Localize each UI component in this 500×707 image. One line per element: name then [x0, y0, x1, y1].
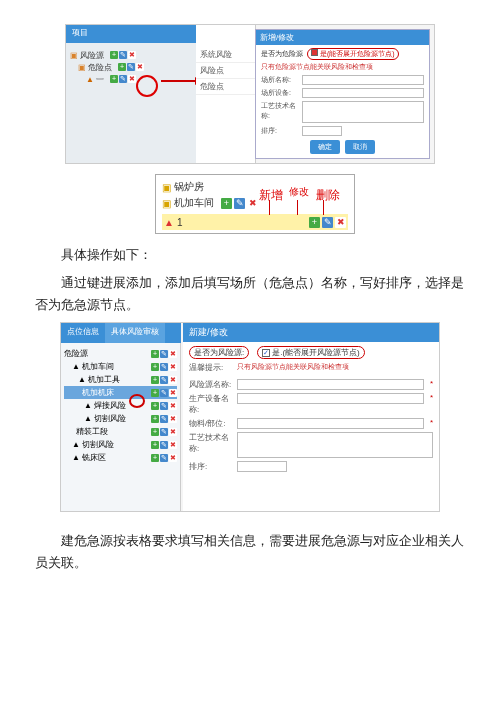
tab[interactable]: 具体风险审核 [105, 323, 165, 343]
checkbox-option-circled: 是(能否展开危险源节点) [307, 48, 399, 60]
edit-icon[interactable]: ✎ [160, 402, 168, 410]
edit-icon[interactable]: ✎ [127, 63, 135, 71]
body-text: 通过键进展添加，添加后填写场所（危急点）名称，写好排序，选择是否为危急源节点。 [35, 272, 465, 316]
delete-icon[interactable]: ✖ [169, 363, 177, 371]
warning-icon: ▲ [86, 75, 94, 84]
tree-row[interactable]: ▲ 切割风险+✎✖ [64, 438, 177, 451]
add-icon[interactable]: + [151, 415, 159, 423]
checkbox-checked[interactable]: ✓ [262, 349, 270, 357]
delete-icon[interactable]: ✖ [247, 198, 258, 209]
tree-row[interactable]: ▲ 机加车间+✎✖ [64, 360, 177, 373]
checkbox-label-circled: 是否为风险源: [189, 346, 249, 359]
edit-icon[interactable]: ✎ [119, 75, 127, 83]
add-icon[interactable]: + [151, 389, 159, 397]
edit-icon[interactable]: ✎ [160, 454, 168, 462]
edit-icon[interactable]: ✎ [160, 441, 168, 449]
folder-icon: ▣ [162, 182, 171, 193]
delete-icon[interactable]: ✖ [169, 428, 177, 436]
sort-input[interactable] [237, 461, 287, 472]
tree-row[interactable]: 危险源+✎✖ [64, 347, 177, 360]
add-icon[interactable]: + [151, 402, 159, 410]
warning-icon: ▣ [70, 51, 78, 60]
add-icon[interactable]: + [110, 75, 118, 83]
tree-label: 风险源 [80, 50, 104, 61]
tree: ▣ 风险源 + ✎ ✖ ▣ 危险点 + ✎ ✖ ▲ 一 [70, 49, 144, 85]
material-input[interactable] [237, 418, 424, 429]
tree-row[interactable]: ▲ 焊接风险+✎✖ [64, 399, 177, 412]
add-icon[interactable]: + [151, 363, 159, 371]
warning-icon: ▣ [78, 63, 86, 72]
cancel-button[interactable]: 取消 [345, 140, 375, 154]
tree-row[interactable]: ▲ 切割风险+✎✖ [64, 412, 177, 425]
hint-text: 只有风险源节点能关联风险和检查项 [237, 362, 349, 372]
field-label: 排序: [189, 461, 233, 472]
tree-panel: 危险源+✎✖ ▲ 机加车间+✎✖ ▲ 机加工具+✎✖ 机加机床+✎✖ ▲ 焊接风… [61, 343, 181, 511]
tree-row-selected[interactable]: ▲ 1 + ✎ ✖ [162, 214, 348, 230]
screenshot-2: ▣ 锅炉房 ▣ 机加车间 + ✎ ✖ ▲ 1 + ✎ ✖ 新增 修改 删除 [155, 174, 355, 234]
delete-icon[interactable]: ✖ [169, 454, 177, 462]
edit-icon[interactable]: ✎ [160, 415, 168, 423]
tree-row[interactable]: ▲ 机加工具+✎✖ [64, 373, 177, 386]
tree-row[interactable]: ▲ 铣床区+✎✖ [64, 451, 177, 464]
tree-row[interactable]: 精装工段+✎✖ [64, 425, 177, 438]
tree-row[interactable]: ▣ 危险点 + ✎ ✖ [70, 61, 144, 73]
edit-icon[interactable]: ✎ [234, 198, 245, 209]
add-icon[interactable]: + [151, 428, 159, 436]
checkbox-checked[interactable] [311, 49, 318, 56]
delete-icon[interactable]: ✖ [169, 415, 177, 423]
tree-row[interactable]: ▣ 风险源 + ✎ ✖ [70, 49, 144, 61]
desc-textarea[interactable] [302, 101, 424, 123]
ok-button[interactable]: 确定 [310, 140, 340, 154]
delete-icon[interactable]: ✖ [169, 350, 177, 358]
add-icon[interactable]: + [151, 350, 159, 358]
name-input[interactable] [302, 75, 424, 85]
field-label: 物料/部位: [189, 418, 233, 429]
add-icon[interactable]: + [151, 454, 159, 462]
field-label: 场所设备: [261, 88, 299, 98]
edit-icon[interactable]: ✎ [160, 376, 168, 384]
edit-icon[interactable]: ✎ [119, 51, 127, 59]
edit-icon[interactable]: ✎ [160, 363, 168, 371]
list-item[interactable]: 危险点 [196, 79, 255, 95]
field-label: 排序: [261, 126, 299, 136]
add-icon[interactable]: + [118, 63, 126, 71]
edit-icon[interactable]: ✎ [160, 389, 168, 397]
add-icon[interactable]: + [221, 198, 232, 209]
delete-icon[interactable]: ✖ [136, 63, 144, 71]
field-label: 风险源名称: [189, 379, 233, 390]
tree-row-selected[interactable]: 机加机床+✎✖ [64, 386, 177, 399]
process-textarea[interactable] [237, 432, 433, 458]
edit-icon[interactable]: ✎ [160, 350, 168, 358]
delete-icon[interactable]: ✖ [169, 441, 177, 449]
tree-label: 1 [177, 217, 183, 228]
delete-icon[interactable]: ✖ [335, 217, 346, 228]
delete-icon[interactable]: ✖ [169, 376, 177, 384]
equipment-input[interactable] [237, 393, 424, 404]
tree-row[interactable]: ▲ 一 + ✎ ✖ [70, 73, 144, 85]
required-star: * [430, 393, 433, 402]
tree-label: 锅炉房 [174, 180, 204, 194]
dialog-title: 新建/修改 [183, 323, 439, 342]
add-icon[interactable]: + [309, 217, 320, 228]
delete-icon[interactable]: ✖ [128, 75, 136, 83]
body-text: 建危急源按表格要求填写相关信息，需要进展危急源与对应企业相关人员关联。 [35, 530, 465, 574]
list-item[interactable]: 系统风险 [196, 47, 255, 63]
add-icon[interactable]: + [151, 376, 159, 384]
add-icon[interactable]: + [110, 51, 118, 59]
tab-label[interactable]: 项目 [72, 28, 88, 37]
delete-icon[interactable]: ✖ [169, 389, 177, 397]
tab[interactable]: 点位信息 [61, 323, 105, 343]
code-input[interactable] [302, 88, 424, 98]
field-label: 工艺技术名称: [261, 101, 299, 121]
delete-icon[interactable]: ✖ [128, 51, 136, 59]
warning-icon: ▲ [164, 217, 174, 228]
edit-icon[interactable]: ✎ [322, 217, 333, 228]
add-icon[interactable]: + [151, 441, 159, 449]
risk-name-input[interactable] [237, 379, 424, 390]
left-panel: 项目 ▣ 风险源 + ✎ ✖ ▣ 危险点 + ✎ ✖ [66, 25, 196, 163]
dialog-new-edit: 新增/修改 是否为危险源 是(能否展开危险源节点) 只有危险源节点能关联风险和检… [255, 29, 430, 159]
edit-icon[interactable]: ✎ [160, 428, 168, 436]
list-item[interactable]: 风险点 [196, 63, 255, 79]
sort-input[interactable] [302, 126, 342, 136]
delete-icon[interactable]: ✖ [169, 402, 177, 410]
